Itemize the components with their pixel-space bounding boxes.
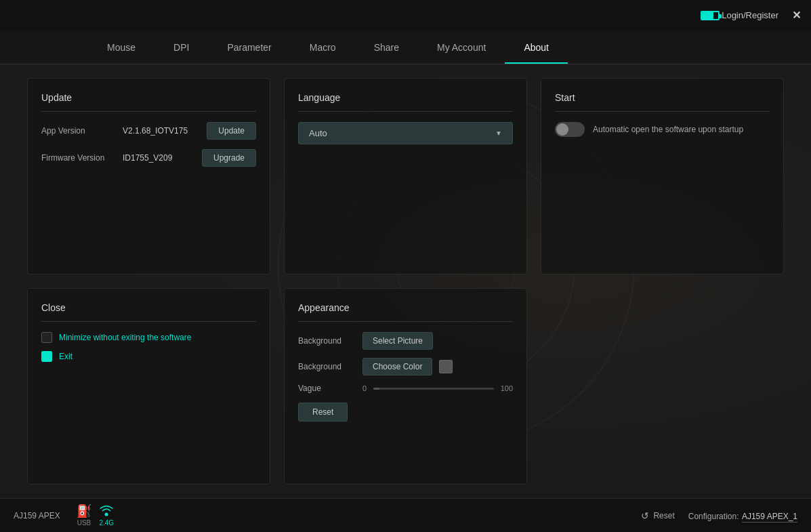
battery-icon — [701, 11, 720, 20]
update-panel: Update App Version V2.1.68_IOTV175 Updat… — [27, 78, 270, 274]
status-bar: AJ159 APEX ⛽ USB 2.4G ↺ Reset Configurat… — [0, 498, 811, 532]
bg-picture-row: Background Select Picture — [298, 332, 513, 350]
auto-startup-toggle[interactable] — [555, 122, 585, 137]
update-button[interactable]: Update — [207, 122, 256, 140]
appearance-reset-button[interactable]: Reset — [298, 403, 348, 422]
app-version-row: App Version V2.1.68_IOTV175 Update — [41, 122, 256, 140]
config-value: AJ159 APEX_1 — [742, 512, 797, 523]
nav-item-dpi[interactable]: DPI — [154, 30, 208, 64]
connection-icons: ⛽ USB 2.4G — [77, 504, 115, 527]
login-register-button[interactable]: Login/Register — [722, 10, 778, 20]
close-button[interactable]: ✕ — [792, 9, 801, 22]
minimize-label: Minimize without exiting the software — [59, 333, 191, 342]
start-panel-title: Start — [555, 92, 770, 112]
auto-startup-label: Automatic open the software upon startup — [593, 124, 743, 136]
device-name: AJ159 APEX — [14, 511, 60, 520]
vague-slider-container — [373, 388, 494, 390]
reset-icon: ↺ — [641, 510, 649, 521]
firmware-version-value: ID1755_V209 — [123, 153, 202, 163]
wireless-connection: 2.4G — [99, 504, 114, 527]
bg-color-row: Background Choose Color — [298, 358, 513, 375]
svg-point-3 — [105, 513, 108, 516]
nav-item-share[interactable]: Share — [355, 30, 418, 64]
title-bar: Login/Register ✕ — [0, 0, 811, 30]
vague-label: Vague — [298, 384, 356, 393]
exit-checkbox[interactable] — [41, 351, 52, 362]
language-dropdown[interactable]: Auto ▼ — [298, 122, 513, 144]
language-panel-title: Language — [298, 92, 513, 112]
color-swatch[interactable] — [439, 360, 453, 373]
update-panel-title: Update — [41, 92, 256, 112]
nav-bar: Mouse DPI Parameter Macro Share My Accou… — [0, 30, 811, 64]
status-right: ↺ Reset Configuration: AJ159 APEX_1 — [641, 510, 797, 522]
bg-color-label: Background — [298, 362, 356, 371]
nav-item-parameter[interactable]: Parameter — [208, 30, 290, 64]
nav-item-mouse[interactable]: Mouse — [88, 30, 154, 64]
minimize-checkbox[interactable] — [41, 332, 52, 343]
chevron-down-icon: ▼ — [495, 129, 502, 137]
close-panel: Close Minimize without exiting the softw… — [27, 288, 270, 485]
wireless-label: 2.4G — [99, 519, 114, 527]
wireless-icon — [99, 504, 114, 518]
firmware-version-row: Firmware Version ID1755_V209 Upgrade — [41, 149, 256, 167]
config-info: Configuration: AJ159 APEX_1 — [688, 510, 797, 522]
reset-status-button[interactable]: ↺ Reset — [641, 510, 674, 521]
appearance-panel: Appearance Background Select Picture Bac… — [284, 288, 527, 485]
minimize-row: Minimize without exiting the software — [41, 332, 256, 343]
usb-connection: ⛽ USB — [77, 504, 91, 527]
empty-panel — [541, 288, 784, 485]
nav-items: Mouse DPI Parameter Macro Share My Accou… — [88, 30, 568, 64]
auto-startup-row: Automatic open the software upon startup — [555, 122, 770, 137]
vague-row: Vague 0 100 — [298, 384, 513, 393]
language-panel: Language Auto ▼ — [284, 78, 527, 274]
main-content: Update App Version V2.1.68_IOTV175 Updat… — [0, 64, 811, 498]
select-picture-button[interactable]: Select Picture — [362, 332, 433, 350]
bg-picture-label: Background — [298, 336, 356, 346]
upgrade-button[interactable]: Upgrade — [202, 149, 256, 167]
start-panel: Start Automatic open the software upon s… — [541, 78, 784, 274]
nav-item-about[interactable]: About — [505, 30, 568, 64]
appearance-panel-title: Appearance — [298, 302, 513, 322]
vague-max: 100 — [501, 384, 513, 392]
nav-item-my-account[interactable]: My Account — [418, 30, 505, 64]
config-label: Configuration: — [688, 512, 739, 521]
vague-min: 0 — [362, 384, 367, 392]
usb-label: USB — [77, 519, 91, 527]
usb-icon: ⛽ — [78, 504, 90, 518]
language-selected: Auto — [309, 128, 327, 138]
close-panel-title: Close — [41, 302, 256, 322]
vague-slider[interactable] — [373, 388, 494, 390]
firmware-version-label: Firmware Version — [41, 153, 123, 163]
exit-label: Exit — [59, 352, 72, 361]
app-version-label: App Version — [41, 126, 123, 136]
reset-label: Reset — [653, 511, 674, 520]
nav-item-macro[interactable]: Macro — [291, 30, 355, 64]
app-version-value: V2.1.68_IOTV175 — [123, 126, 207, 136]
choose-color-button[interactable]: Choose Color — [362, 358, 432, 375]
exit-row: Exit — [41, 351, 256, 362]
